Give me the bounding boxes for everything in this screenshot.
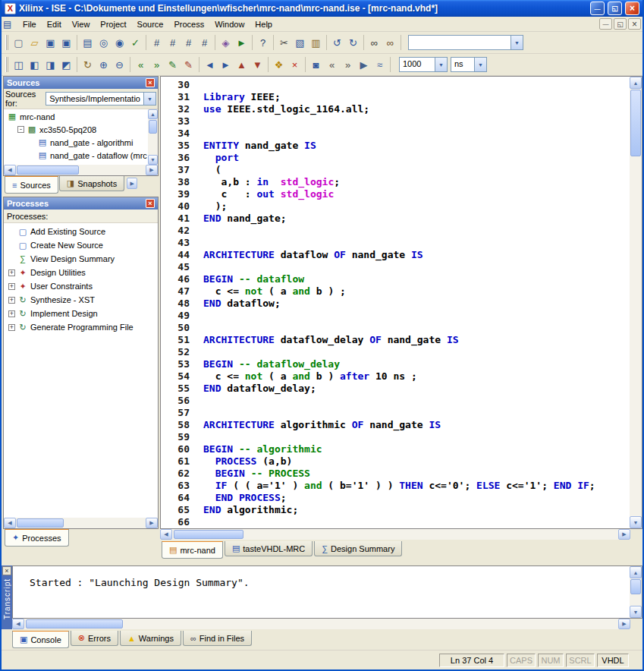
tree-item[interactable]: -▩xc3s50-5pq208 bbox=[4, 123, 148, 136]
cascade-windows-icon[interactable]: ◫ bbox=[11, 57, 27, 73]
chevron-down-icon[interactable] bbox=[143, 93, 156, 105]
scroll-thumb[interactable] bbox=[17, 518, 64, 528]
scroll-thumb[interactable] bbox=[17, 165, 79, 175]
scroll-up-button[interactable] bbox=[630, 566, 642, 578]
process-item[interactable]: +↻Synthesize - XST bbox=[4, 293, 158, 307]
sources-for-combobox[interactable]: Synthesis/Implementatio bbox=[46, 92, 156, 106]
tab-snapshots[interactable]: ◨Snapshots bbox=[59, 176, 124, 191]
scroll-right-button[interactable] bbox=[618, 619, 630, 629]
scroll-thumb[interactable] bbox=[630, 90, 641, 156]
processes-hscrollbar[interactable] bbox=[4, 518, 158, 528]
restore-button[interactable] bbox=[608, 2, 622, 15]
tab-errors[interactable]: ⊗Errors bbox=[71, 631, 118, 646]
scroll-left-button[interactable] bbox=[4, 518, 16, 528]
process-item[interactable]: +↻Generate Programming File bbox=[4, 320, 158, 334]
net-grid-icon[interactable]: # bbox=[196, 35, 212, 51]
split-window-icon[interactable]: ◩ bbox=[58, 57, 74, 73]
menu-item-source[interactable]: Source bbox=[132, 18, 169, 30]
process-item[interactable]: +↻Implement Design bbox=[4, 307, 158, 320]
tab-tastevhdl-mrc[interactable]: ▤tasteVHDL-MRC bbox=[225, 541, 313, 556]
scroll-thumb[interactable] bbox=[174, 530, 243, 539]
process-item[interactable]: ∑View Design Summary bbox=[4, 252, 158, 266]
close-icon[interactable] bbox=[146, 78, 155, 87]
stop-icon[interactable]: × bbox=[287, 57, 303, 73]
menu-item-file[interactable]: File bbox=[17, 18, 42, 30]
scroll-right-button[interactable] bbox=[618, 529, 630, 540]
scroll-left-button[interactable] bbox=[4, 165, 16, 175]
scroll-track[interactable] bbox=[16, 518, 146, 528]
scroll-up-button[interactable] bbox=[148, 109, 158, 119]
context-help-icon[interactable]: ? bbox=[255, 35, 271, 51]
run-icon[interactable]: ▶ bbox=[356, 57, 372, 73]
tab-scroll-right-button[interactable] bbox=[127, 178, 137, 189]
close-icon[interactable] bbox=[2, 566, 11, 575]
scroll-down-button[interactable] bbox=[148, 155, 158, 165]
menu-item-edit[interactable]: Edit bbox=[42, 18, 67, 30]
scroll-thumb[interactable] bbox=[26, 619, 123, 628]
copy-icon[interactable]: ▧ bbox=[292, 35, 308, 51]
next-marker-icon[interactable]: » bbox=[340, 57, 356, 73]
redo-icon[interactable]: ↻ bbox=[345, 35, 361, 51]
snapshot-icon[interactable]: ◙ bbox=[308, 57, 324, 73]
process-item[interactable]: +✦Design Utilities bbox=[4, 266, 158, 279]
sources-tree[interactable]: ▦mrc-nand-▩xc3s50-5pq208▤nand_gate - alg… bbox=[4, 109, 158, 165]
menu-item-help[interactable]: Help bbox=[250, 18, 278, 30]
chevron-down-icon[interactable] bbox=[474, 58, 486, 71]
undo-icon[interactable]: ↺ bbox=[329, 35, 345, 51]
time-unit-combobox[interactable]: ns bbox=[451, 57, 487, 72]
waveform-icon[interactable]: ≈ bbox=[372, 57, 388, 73]
scroll-track[interactable] bbox=[148, 119, 158, 155]
tree-expander[interactable]: - bbox=[17, 126, 24, 133]
tab-mrc-nand[interactable]: ▤mrc-nand bbox=[162, 541, 223, 559]
save-icon[interactable]: ▣ bbox=[42, 35, 58, 51]
transcript-hscrollbar[interactable] bbox=[12, 619, 642, 629]
print-icon[interactable]: ▤ bbox=[80, 35, 96, 51]
mdi-restore-button[interactable] bbox=[614, 18, 627, 30]
scroll-track[interactable] bbox=[630, 89, 642, 516]
scroll-left-button[interactable] bbox=[160, 529, 172, 540]
pan-hand-icon[interactable]: ❖ bbox=[271, 57, 287, 73]
prev-bookmark-icon[interactable]: ◄ bbox=[202, 57, 218, 73]
tab-sources[interactable]: ≡Sources bbox=[5, 176, 58, 194]
toolbar-drag-handle[interactable] bbox=[5, 35, 8, 50]
next-error-icon[interactable]: ▼ bbox=[250, 57, 265, 73]
scroll-right-button[interactable] bbox=[146, 165, 158, 175]
simulation-time-combobox[interactable]: 1000 bbox=[399, 57, 448, 72]
mdi-minimize-button[interactable] bbox=[599, 18, 612, 30]
zoom-out-icon[interactable]: ⊖ bbox=[112, 57, 127, 73]
instance-grid-icon[interactable]: # bbox=[181, 35, 196, 51]
transcript-output[interactable]: Started : "Launching Design Summary". bbox=[12, 565, 642, 619]
tile-horizontal-icon[interactable]: ◨ bbox=[42, 57, 58, 73]
menu-item-window[interactable]: Window bbox=[209, 18, 250, 30]
comment-icon[interactable]: ✎ bbox=[165, 57, 181, 73]
tree-item[interactable]: ▤nand_gate - dataflow (mrc bbox=[4, 149, 148, 162]
find-in-files-icon[interactable]: ∞ bbox=[382, 35, 398, 51]
zoom-full-icon[interactable]: ◎ bbox=[96, 35, 112, 51]
prev-error-icon[interactable]: ▲ bbox=[234, 57, 250, 73]
process-expander[interactable]: + bbox=[8, 269, 15, 276]
uncomment-icon[interactable]: ✎ bbox=[181, 57, 196, 73]
process-item[interactable]: +✦User Constraints bbox=[4, 279, 158, 293]
scroll-track[interactable] bbox=[630, 578, 642, 606]
tree-item[interactable]: ▦mrc-nand bbox=[4, 110, 148, 123]
analyze-icon[interactable]: ◈ bbox=[218, 35, 234, 51]
process-item[interactable]: ▢Create New Source bbox=[4, 238, 158, 252]
new-file-icon[interactable]: ▢ bbox=[11, 35, 27, 51]
scroll-thumb[interactable] bbox=[630, 579, 641, 594]
run-check-icon[interactable]: ► bbox=[234, 35, 250, 51]
menu-item-project[interactable]: Project bbox=[95, 18, 131, 30]
tab-design-summary[interactable]: ∑Design Summary bbox=[314, 541, 402, 556]
editor-vscrollbar[interactable] bbox=[630, 77, 642, 528]
check-syntax-icon[interactable]: ✓ bbox=[127, 35, 143, 51]
search-combobox[interactable] bbox=[408, 35, 523, 50]
tree-item[interactable]: ▤nand_gate - algorithmi bbox=[4, 136, 148, 149]
scroll-track[interactable] bbox=[16, 165, 146, 175]
toolbar-drag-handle[interactable] bbox=[5, 57, 8, 72]
zoom-in-icon[interactable]: ⊕ bbox=[96, 57, 112, 73]
close-button[interactable] bbox=[625, 2, 639, 15]
mdi-close-button[interactable] bbox=[628, 18, 641, 30]
sources-panel-header[interactable]: Sources bbox=[4, 77, 158, 89]
chevron-down-icon[interactable] bbox=[510, 36, 523, 49]
sources-tree-vscrollbar[interactable] bbox=[148, 109, 158, 165]
find-icon[interactable]: ∞ bbox=[366, 35, 382, 51]
